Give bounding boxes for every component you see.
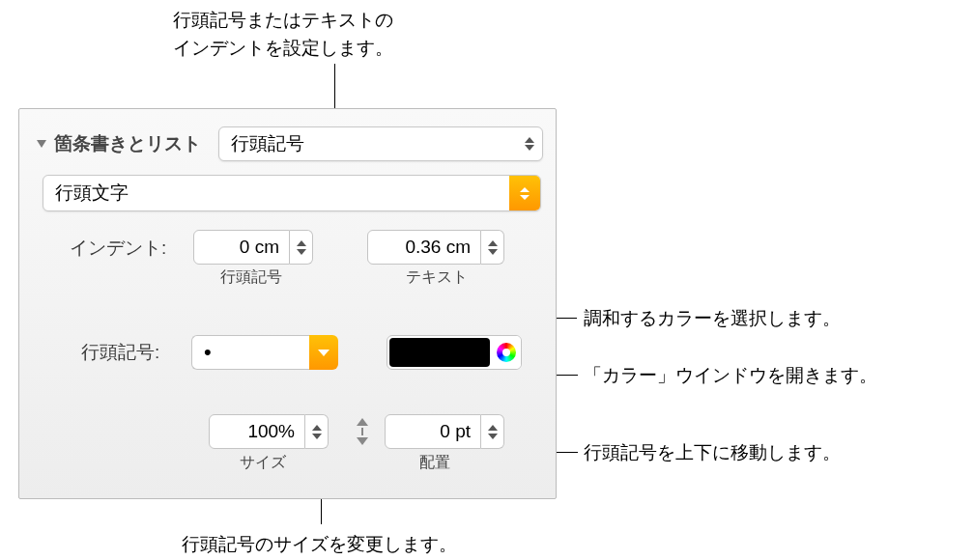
bullet-char-popup[interactable]: 行頭文字 bbox=[43, 175, 541, 211]
size-stepper[interactable]: 100% bbox=[209, 414, 329, 449]
color-picker-button[interactable] bbox=[492, 336, 521, 369]
indent-bullet-field[interactable]: 0 cm bbox=[193, 230, 290, 265]
callout-color-match-text: 調和するカラーを選択します。 bbox=[584, 308, 841, 328]
bullet-color-well bbox=[387, 335, 522, 370]
indent-bullet-stepper[interactable]: 0 cm bbox=[193, 230, 313, 265]
stepper-arrows-icon[interactable] bbox=[481, 414, 504, 449]
callout-color-window: 「カラー」ウインドウを開きます。 bbox=[584, 362, 877, 390]
popup-indicator-icon bbox=[509, 176, 540, 210]
indent-text-sublabel: テキスト bbox=[390, 267, 483, 288]
size-field[interactable]: 100% bbox=[209, 414, 305, 449]
bullet-glyph-value: • bbox=[191, 335, 309, 370]
align-sublabel: 配置 bbox=[406, 453, 464, 473]
indent-text-field[interactable]: 0.36 cm bbox=[367, 230, 481, 265]
size-sublabel: サイズ bbox=[224, 453, 301, 473]
bullet-char-value: 行頭文字 bbox=[43, 177, 509, 210]
callout-resize-text: 行頭記号のサイズを変更します。 bbox=[182, 534, 457, 554]
section-title: 箇条書きとリスト bbox=[54, 131, 201, 156]
stepper-arrows-icon[interactable] bbox=[481, 230, 504, 265]
updown-chevrons-icon bbox=[525, 137, 534, 151]
vertical-align-icon bbox=[352, 418, 373, 445]
callout-indent-text: 行頭記号またはテキストの インデントを設定します。 bbox=[173, 10, 393, 58]
callout-color-window-text: 「カラー」ウインドウを開きます。 bbox=[584, 365, 877, 385]
callout-move-vertical: 行頭記号を上下に移動します。 bbox=[584, 439, 841, 467]
indent-bullet-sublabel: 行頭記号 bbox=[205, 267, 298, 288]
dropdown-indicator-icon bbox=[309, 335, 338, 370]
callout-resize: 行頭記号のサイズを変更します。 bbox=[164, 531, 473, 559]
callout-move-vertical-text: 行頭記号を上下に移動します。 bbox=[584, 442, 841, 462]
bullet-row-label: 行頭記号: bbox=[81, 340, 159, 365]
stepper-arrows-icon[interactable] bbox=[305, 414, 329, 449]
bullets-lists-panel: 箇条書きとリスト 行頭記号 行頭文字 インデント: 0 cm 行頭記号 0.36… bbox=[18, 108, 557, 499]
indent-text-stepper[interactable]: 0.36 cm bbox=[367, 230, 504, 265]
callout-indent: 行頭記号またはテキストの インデントを設定します。 bbox=[51, 7, 515, 62]
align-field[interactable]: 0 pt bbox=[385, 414, 481, 449]
stepper-arrows-icon[interactable] bbox=[290, 230, 313, 265]
color-wheel-icon bbox=[497, 343, 516, 362]
list-type-popup[interactable]: 行頭記号 bbox=[218, 126, 543, 161]
bullet-glyph-select[interactable]: • bbox=[191, 335, 338, 370]
section-header-row: 箇条書きとリスト 行頭記号 bbox=[33, 126, 543, 161]
align-stepper[interactable]: 0 pt bbox=[385, 414, 504, 449]
callout-color-match: 調和するカラーを選択します。 bbox=[584, 305, 841, 333]
color-swatch[interactable] bbox=[389, 338, 490, 367]
indent-label: インデント: bbox=[70, 236, 166, 261]
disclosure-triangle-icon[interactable] bbox=[37, 140, 46, 148]
list-type-value: 行頭記号 bbox=[231, 131, 304, 156]
